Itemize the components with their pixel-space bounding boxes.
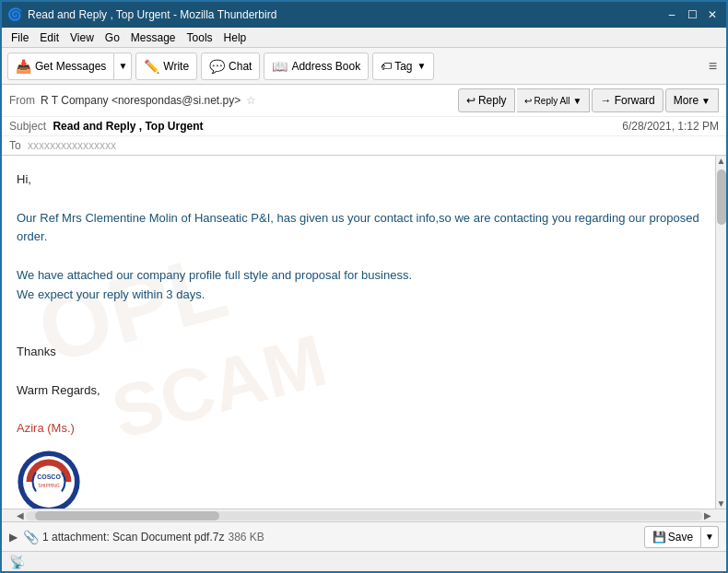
tag-label: Tag [394,60,412,73]
attachment-bar: ▶ 📎 1 attachment: Scan Document pdf.7z 3… [2,521,726,551]
menu-file[interactable]: File [6,29,34,46]
menu-message[interactable]: Message [125,29,182,46]
title-bar: 🌀 Read and Reply , Top Urgent - Mozilla … [2,2,726,28]
hscroll-track [26,511,702,520]
cosco-svg: COSCO SHIPPING [17,450,81,509]
body-hi: Hi, [17,170,700,190]
reply-button[interactable]: ↩ Reply [458,88,515,112]
attachment-icon: 📎 [23,530,39,544]
vertical-scrollbar[interactable]: ▲ ▼ [715,156,726,509]
toolbar-menu-icon[interactable]: ≡ [705,54,721,78]
write-icon: ✏️ [144,59,159,74]
to-row: To xxxxxxxxxxxxxxxx [2,136,726,155]
reply-all-button[interactable]: ↩ Reply All ▼ [517,88,591,112]
tag-arrow: ▼ [417,61,427,71]
main-window: 🌀 Read and Reply , Top Urgent - Mozilla … [0,0,728,573]
email-body: OPL SCAM Hi, Our Ref Mrs Clementine Moli… [2,156,715,509]
maximize-button[interactable]: ☐ [684,6,700,23]
email-date: 6/28/2021, 1:12 PM [622,120,719,133]
reply-all-arrow: ▼ [573,96,582,106]
subject-area: Subject Read and Reply , Top Urgent [9,120,204,133]
subject-row: Subject Read and Reply , Top Urgent 6/28… [2,117,726,136]
svg-point-2 [33,466,65,498]
get-messages-label: Get Messages [35,60,106,73]
chat-label: Chat [229,60,252,73]
tag-icon: 🏷 [381,60,392,73]
body-thanks: Thanks [17,343,700,362]
write-button[interactable]: ✏️ Write [135,53,197,80]
reply-icon: ↩ [466,94,476,107]
get-messages-dropdown: 📥 Get Messages ▼ [7,53,132,80]
toolbar: 📥 Get Messages ▼ ✏️ Write 💬 Chat 📖 Addre… [2,48,726,85]
reply-label: Reply [478,94,507,107]
body-ref: Our Ref Mrs Clementine Molin of Hanseati… [17,209,700,248]
menu-edit[interactable]: Edit [34,29,65,46]
email-header: From R T Company <norespondas@si.net.py>… [2,85,726,156]
write-label: Write [163,60,189,73]
email-body-container: OPL SCAM Hi, Our Ref Mrs Clementine Moli… [2,156,726,509]
forward-button[interactable]: → Forward [592,88,663,112]
save-label: Save [668,531,693,544]
close-button[interactable]: ✕ [704,6,721,23]
from-address: R T Company <norespondas@si.net.py> [41,94,241,107]
status-icon: 📡 [9,555,25,569]
save-dropdown-arrow[interactable]: ▼ [701,526,719,548]
chat-button[interactable]: 💬 Chat [201,53,260,80]
from-label: From [9,94,35,107]
svg-text:COSCO: COSCO [37,474,61,480]
from-row: From R T Company <norespondas@si.net.py>… [2,85,726,117]
tag-button[interactable]: 🏷 Tag ▼ [372,53,434,80]
attachment-text: 1 attachment: Scan Document pdf.7z [42,531,224,544]
more-button[interactable]: More ▼ [665,88,719,112]
more-arrow: ▼ [701,96,710,106]
get-messages-button[interactable]: 📥 Get Messages [7,53,114,80]
status-bar: 📡 [2,551,726,571]
save-icon: 💾 [652,531,666,544]
body-name: Azira (Ms.) [17,419,700,439]
body-warm: Warm Regards, [17,381,700,401]
window-title: Read and Reply , Top Urgent - Mozilla Th… [28,8,663,21]
chat-icon: 💬 [209,59,225,74]
attachment-toggle[interactable]: ▶ [9,531,18,544]
subject-label: Subject [9,120,46,133]
get-messages-icon: 📥 [16,59,31,74]
forward-label: → Forward [600,94,654,107]
menu-help[interactable]: Help [218,29,252,46]
menu-bar: File Edit View Go Message Tools Help [2,28,726,48]
body-reply: We expect your reply within 3 days. [17,286,700,305]
from-line: From R T Company <norespondas@si.net.py>… [9,94,256,107]
body-attached: We have attached our company profile ful… [17,266,700,286]
reply-all-label: Reply All [534,96,570,106]
horizontal-scrollbar[interactable]: ◀ ▶ [2,509,726,521]
reply-all-icon: ↩ [524,96,532,106]
action-buttons: ↩ Reply ↩ Reply All ▼ → Forward More ▼ [458,88,719,112]
get-messages-arrow[interactable]: ▼ [114,53,132,80]
scroll-left-icon[interactable]: ◀ [15,510,26,520]
address-book-label: Address Book [291,60,360,73]
hscroll-thumb[interactable] [35,511,219,520]
attachment-size: 386 KB [228,531,264,544]
to-label: To [9,139,21,152]
address-book-icon: 📖 [272,59,288,74]
app-icon: 🌀 [7,7,22,22]
cosco-logo: COSCO SHIPPING [17,450,700,509]
menu-view[interactable]: View [65,29,100,46]
scroll-right-icon[interactable]: ▶ [702,510,713,520]
menu-tools[interactable]: Tools [182,29,218,46]
save-button[interactable]: 💾 Save [644,526,701,548]
scrollbar-thumb[interactable] [717,170,726,225]
minimize-button[interactable]: – [663,6,680,23]
window-controls: – ☐ ✕ [663,6,721,23]
svg-text:SHIPPING: SHIPPING [38,484,60,488]
address-book-button[interactable]: 📖 Address Book [264,53,369,80]
to-address: xxxxxxxxxxxxxxxx [28,139,116,152]
subject-text: Read and Reply , Top Urgent [53,120,203,133]
menu-go[interactable]: Go [100,29,125,46]
star-icon[interactable]: ☆ [246,94,256,107]
more-label: More [674,94,699,107]
